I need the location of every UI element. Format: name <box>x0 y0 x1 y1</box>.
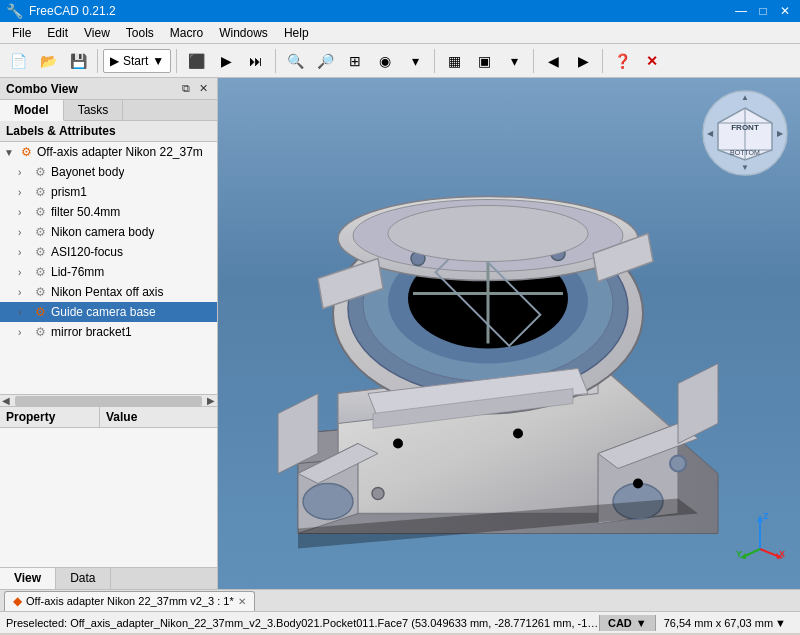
tree-label-1: prism1 <box>51 185 87 199</box>
tree-item-4[interactable]: › ⚙ ASI120-focus <box>0 242 217 262</box>
open-button[interactable]: 📂 <box>34 47 62 75</box>
tree-label-2: filter 50.4mm <box>51 205 120 219</box>
view-dropdown[interactable]: ▾ <box>401 47 429 75</box>
tree-toggle-8[interactable]: › <box>18 327 32 338</box>
menu-view[interactable]: View <box>76 24 118 42</box>
workbench-dropdown[interactable]: ▶ Start ▼ <box>103 49 171 73</box>
menu-macro[interactable]: Macro <box>162 24 211 42</box>
tree-content[interactable]: ▼ ⚙ Off-axis adapter Nikon 22_37m › ⚙ Ba… <box>0 142 217 394</box>
tree-item-7[interactable]: › ⚙ Guide camera base <box>0 302 217 322</box>
tree-toggle-2[interactable]: › <box>18 207 32 218</box>
status-bar: Preselected: Off_axis_adapter_Nikon_22_3… <box>0 611 800 633</box>
tree-toggle-5[interactable]: › <box>18 267 32 278</box>
tree-item-3[interactable]: › ⚙ Nikon camera body <box>0 222 217 242</box>
window-controls: — □ ✕ <box>732 2 794 20</box>
axes-indicator: Z X Y <box>735 509 785 559</box>
coords-text: 76,54 mm x 67,03 mm <box>664 617 773 629</box>
menu-file[interactable]: File <box>4 24 39 42</box>
doc-tab-close[interactable]: ✕ <box>238 596 246 607</box>
zoom-out-button[interactable]: 🔎 <box>311 47 339 75</box>
tree-icon-root: ⚙ <box>18 144 34 160</box>
tree-label-4: ASI120-focus <box>51 245 123 259</box>
nav-cube[interactable]: ▲ ▼ ◀ ▶ FRONT BOTTOM <box>700 88 790 178</box>
view-mode-button[interactable]: ▣ <box>470 47 498 75</box>
tree-label-3: Nikon camera body <box>51 225 154 239</box>
combo-close-button[interactable]: ✕ <box>196 82 211 95</box>
workbench-label: Start <box>123 54 148 68</box>
scroll-left-icon[interactable]: ◀ <box>0 395 12 406</box>
tree-toggle-3[interactable]: › <box>18 227 32 238</box>
svg-marker-11 <box>678 364 718 444</box>
viewport[interactable]: ▲ ▼ ◀ ▶ FRONT BOTTOM Z X <box>218 78 800 589</box>
minimize-button[interactable]: — <box>732 2 750 20</box>
save-button[interactable]: 💾 <box>64 47 92 75</box>
menu-bar: File Edit View Tools Macro Windows Help <box>0 22 800 44</box>
svg-point-6 <box>303 484 353 520</box>
status-cad[interactable]: CAD ▼ <box>599 615 655 631</box>
bottom-tabs: View Data <box>0 567 217 589</box>
tree-toggle-7[interactable]: › <box>18 307 32 318</box>
tree-hscroll[interactable] <box>15 396 202 406</box>
menu-edit[interactable]: Edit <box>39 24 76 42</box>
doc-tab[interactable]: ◆ Off-axis adapter Nikon 22_37mm v2_3 : … <box>4 591 255 611</box>
tree-icon-1: ⚙ <box>32 184 48 200</box>
tree-icon-8: ⚙ <box>32 324 48 340</box>
tree-icon-0: ⚙ <box>32 164 48 180</box>
nav-left[interactable]: ◀ <box>539 47 567 75</box>
tree-item-8[interactable]: › ⚙ mirror bracket1 <box>0 322 217 342</box>
tree-icon-4: ⚙ <box>32 244 48 260</box>
draw-style-button[interactable]: ▦ <box>440 47 468 75</box>
close-panel-button[interactable]: ✕ <box>638 47 666 75</box>
coords-arrow: ▼ <box>775 617 786 629</box>
menu-tools[interactable]: Tools <box>118 24 162 42</box>
tree-toggle-6[interactable]: › <box>18 287 32 298</box>
tree-icon-2: ⚙ <box>32 204 48 220</box>
close-button[interactable]: ✕ <box>776 2 794 20</box>
scroll-right-icon[interactable]: ▶ <box>205 395 217 406</box>
new-button[interactable]: 📄 <box>4 47 32 75</box>
svg-text:▲: ▲ <box>741 93 749 102</box>
app-title: FreeCAD 0.21.2 <box>29 4 116 18</box>
stop-button[interactable]: ⬛ <box>182 47 210 75</box>
tree-toggle-1[interactable]: › <box>18 187 32 198</box>
tree-item-0[interactable]: › ⚙ Bayonet body <box>0 162 217 182</box>
menu-windows[interactable]: Windows <box>211 24 276 42</box>
tab-data[interactable]: Data <box>56 568 110 589</box>
tree-toggle-0[interactable]: › <box>18 167 32 178</box>
fit-all-button[interactable]: ⊞ <box>341 47 369 75</box>
cad-arrow: ▼ <box>636 617 647 629</box>
zoom-in-button[interactable]: 🔍 <box>281 47 309 75</box>
tree-header: Labels & Attributes <box>0 121 217 142</box>
tree-root-item[interactable]: ▼ ⚙ Off-axis adapter Nikon 22_37m <box>0 142 217 162</box>
svg-text:X: X <box>779 549 785 559</box>
nav-right[interactable]: ▶ <box>569 47 597 75</box>
record-button[interactable]: ▶ <box>212 47 240 75</box>
tab-tasks[interactable]: Tasks <box>64 100 124 120</box>
svg-point-32 <box>633 479 643 489</box>
tab-view[interactable]: View <box>0 568 56 589</box>
tree-item-5[interactable]: › ⚙ Lid-76mm <box>0 262 217 282</box>
separator-1 <box>97 49 98 73</box>
status-coords[interactable]: 76,54 mm x 67,03 mm ▼ <box>655 615 794 631</box>
tab-model[interactable]: Model <box>0 100 64 121</box>
tree-item-6[interactable]: › ⚙ Nikon Pentax off axis <box>0 282 217 302</box>
view-mode-dropdown[interactable]: ▾ <box>500 47 528 75</box>
separator-3 <box>275 49 276 73</box>
svg-point-33 <box>670 456 686 472</box>
svg-point-31 <box>372 488 384 500</box>
tree-item-1[interactable]: › ⚙ prism1 <box>0 182 217 202</box>
tree-toggle-root[interactable]: ▼ <box>4 147 18 158</box>
step-button[interactable]: ⏭ <box>242 47 270 75</box>
workbench-icon: ▶ <box>110 54 119 68</box>
tree-toggle-4[interactable]: › <box>18 247 32 258</box>
tree-label-0: Bayonet body <box>51 165 124 179</box>
maximize-button[interactable]: □ <box>754 2 772 20</box>
menu-help[interactable]: Help <box>276 24 317 42</box>
svg-point-30 <box>513 429 523 439</box>
combo-float-button[interactable]: ⧉ <box>179 82 193 95</box>
view3d-button[interactable]: ◉ <box>371 47 399 75</box>
tree-item-2[interactable]: › ⚙ filter 50.4mm <box>0 202 217 222</box>
help-button[interactable]: ❓ <box>608 47 636 75</box>
combo-view-title: Combo View <box>6 82 78 96</box>
svg-text:Y: Y <box>736 549 742 559</box>
